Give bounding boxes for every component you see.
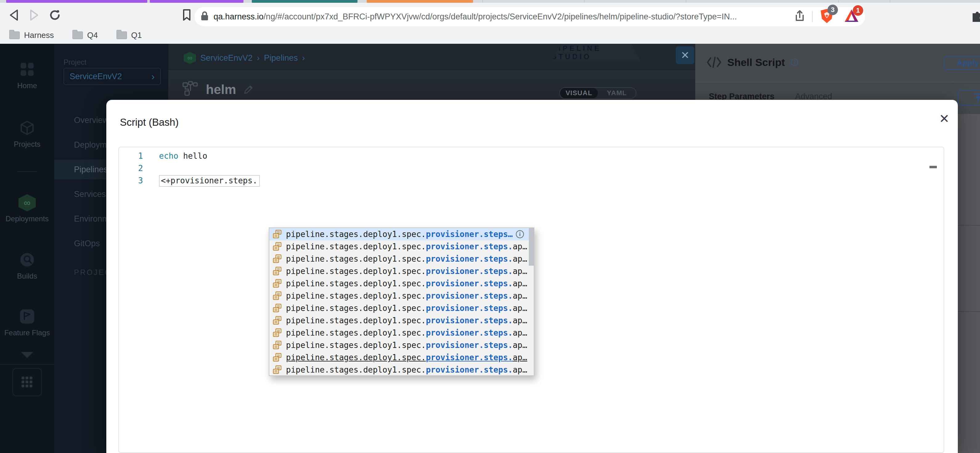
suggest-item[interactable]: pipeline.stages.deploy1.spec.provisioner…: [269, 240, 534, 253]
suggest-item[interactable]: pipeline.stages.deploy1.spec.provisioner…: [269, 327, 534, 339]
tab-group-orange[interactable]: [367, 0, 473, 3]
project-selector[interactable]: ServiceEnvV2 ›: [64, 68, 161, 85]
bookmark-folder-harness[interactable]: Harness: [9, 30, 54, 40]
deployments-icon: ∞: [19, 194, 36, 211]
sidebar-item-builds[interactable]: Builds: [0, 251, 54, 280]
grid-icon: [21, 376, 33, 388]
lock-icon: [200, 11, 208, 22]
bookmark-folder-q4[interactable]: Q4: [72, 30, 98, 40]
deployments-module-icon: ∞: [184, 52, 196, 64]
edit-pencil-icon[interactable]: [243, 84, 254, 95]
sidebar-item-deployments[interactable]: ∞ Deployments: [0, 194, 54, 223]
share-icon[interactable]: [795, 10, 805, 24]
info-icon[interactable]: [791, 58, 799, 66]
suggest-item-hovered[interactable]: pipeline.stages.deploy1.spec.provisioner…: [269, 351, 534, 364]
breadcrumb-link-pipelines[interactable]: Pipelines: [264, 53, 298, 63]
apply-changes-button[interactable]: Apply Ch: [943, 56, 980, 70]
line-number: 2: [119, 162, 143, 175]
sidebar-item-home[interactable]: Home: [0, 60, 54, 90]
browser-toolbar: qa.harness.io/ng/#/account/px7xd_BFRCi-p…: [0, 3, 980, 27]
refresh-button[interactable]: [49, 9, 61, 22]
brave-rewards-icon[interactable]: 1: [844, 9, 859, 24]
feature-flags-icon: [18, 308, 36, 326]
rewards-badge: 1: [853, 5, 863, 16]
visual-yaml-toggle: VISUAL YAML: [559, 87, 636, 99]
module-grid-button[interactable]: [12, 368, 42, 396]
tab-group-purple-2[interactable]: [150, 0, 243, 3]
toolbar-separator: [812, 11, 813, 22]
suggest-item[interactable]: pipeline.stages.deploy1.spec.provisioner…: [269, 277, 534, 290]
bookmark-icon[interactable]: [183, 9, 191, 22]
tab-strip: [0, 0, 980, 3]
bookmarks-bar: Harness Q4 Q1: [0, 27, 980, 44]
tab-group-purple[interactable]: [6, 0, 147, 3]
upload-icon: [974, 93, 980, 103]
breadcrumb-link-project[interactable]: ServiceEnvV2: [200, 53, 253, 63]
code-icon: [706, 56, 722, 68]
chevron-down-icon[interactable]: [20, 351, 34, 359]
tab-group-teal[interactable]: [252, 0, 358, 3]
bookmark-folder-q1[interactable]: Q1: [116, 30, 142, 40]
breadcrumb: ∞ ServiceEnvV2 › Pipelines ›: [184, 52, 305, 64]
snippet-icon: [272, 340, 286, 350]
url-text: qa.harness.io/ng/#/account/px7xd_BFRCi-p…: [213, 12, 792, 22]
breadcrumb-separator: ›: [257, 53, 260, 63]
brave-shield-icon[interactable]: 3: [820, 8, 834, 25]
toggle-yaml[interactable]: YAML: [598, 88, 636, 98]
code-editor[interactable]: 1 echo hello 2 3 <+provisioner.steps. pi…: [118, 147, 944, 453]
snippet-icon: [272, 242, 286, 251]
module-sidebar: Home Projects ∞ Deployments Builds Featu…: [0, 44, 54, 453]
shield-badge: 3: [827, 5, 838, 15]
pipeline-graph-icon: [183, 81, 199, 97]
suggest-item[interactable]: pipeline.stages.deploy1.spec.provisioner…: [269, 228, 534, 240]
projects-icon: [18, 119, 36, 137]
folder-icon: [9, 32, 20, 39]
browser-chrome: qa.harness.io/ng/#/account/px7xd_BFRCi-p…: [0, 0, 980, 44]
read-more-icon[interactable]: [515, 230, 525, 240]
extensions-puzzle-icon[interactable]: [970, 9, 980, 24]
script-template-button[interactable]: S: [958, 90, 980, 105]
pipeline-name: helm: [206, 82, 236, 97]
drawer-close-button[interactable]: ✕: [676, 46, 694, 64]
suggest-item[interactable]: pipeline.stages.deploy1.spec.provisioner…: [269, 253, 534, 265]
forward-button[interactable]: [29, 9, 40, 22]
pipeline-studio-banner: PIPELINE STUDIO: [552, 44, 641, 61]
snippet-icon: [272, 365, 286, 375]
folder-icon: [116, 32, 127, 39]
line-number: 1: [119, 150, 143, 162]
suggest-item[interactable]: pipeline.stages.deploy1.spec.provisioner…: [269, 265, 534, 277]
sidebar-item-feature-flags[interactable]: Feature Flags: [0, 308, 54, 337]
breadcrumb-separator: ›: [302, 53, 305, 63]
snippet-icon: [272, 278, 286, 288]
back-button[interactable]: [9, 9, 20, 22]
tab-divider: [838, 0, 839, 2]
builds-icon: [18, 251, 36, 269]
url-bar[interactable]: qa.harness.io/ng/#/account/px7xd_BFRCi-p…: [194, 7, 865, 26]
sidebar-item-projects[interactable]: Projects: [0, 119, 54, 149]
snippet-icon: [272, 291, 286, 301]
drawer-header: Shell Script Apply Ch: [695, 44, 980, 82]
overview-ruler-cursor: [929, 166, 937, 168]
sidebar-divider: [0, 364, 54, 365]
suggest-item[interactable]: pipeline.stages.deploy1.spec.provisioner…: [269, 339, 534, 351]
autocomplete-dropdown: pipeline.stages.deploy1.spec.provisioner…: [269, 227, 535, 376]
dropdown-scrollbar-thumb[interactable]: [529, 228, 534, 265]
code-line-3: <+provisioner.steps.: [159, 175, 260, 187]
chevron-right-icon: ›: [151, 71, 155, 82]
modal-close-button[interactable]: ✕: [937, 111, 952, 126]
snippet-icon: [272, 303, 286, 313]
toggle-visual[interactable]: VISUAL: [560, 88, 598, 98]
project-label: Project: [64, 58, 87, 67]
suggest-item[interactable]: pipeline.stages.deploy1.spec.provisioner…: [269, 314, 534, 327]
suggest-item[interactable]: pipeline.stages.deploy1.spec.provisioner…: [269, 302, 534, 314]
line-number: 3: [119, 175, 143, 187]
snippet-icon: [272, 254, 286, 264]
suggest-item[interactable]: pipeline.stages.deploy1.spec.provisioner…: [269, 290, 534, 302]
breadcrumb-band: ∞ ServiceEnvV2 › Pipelines › PIPELINE ST…: [168, 44, 695, 70]
snippet-icon: [272, 328, 286, 338]
suggest-item[interactable]: pipeline.stages.deploy1.spec.provisioner…: [269, 364, 534, 376]
tab-divider: [890, 0, 890, 2]
snippet-icon: [272, 316, 286, 326]
home-icon: [18, 60, 36, 78]
tab-divider: [584, 0, 585, 2]
